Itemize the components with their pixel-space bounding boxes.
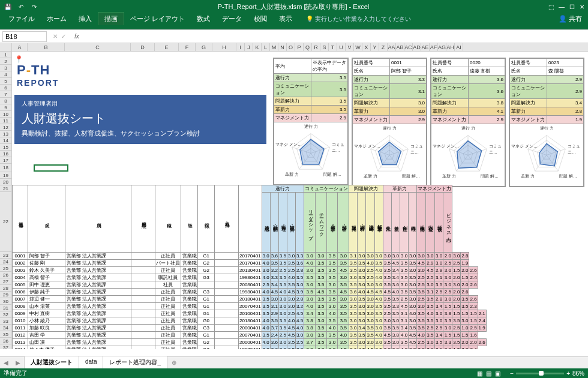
col-header[interactable]: M	[270, 43, 278, 51]
row-header[interactable]: 24	[0, 259, 12, 265]
col-header[interactable]: Q	[304, 43, 312, 51]
row-header[interactable]: 34	[0, 325, 12, 331]
row-header[interactable]: 36	[0, 338, 12, 344]
col-header[interactable]: C	[65, 43, 131, 51]
undo-icon[interactable]: ↶	[17, 2, 25, 11]
table-row[interactable]: 0013山田 凛営業部 法人営業課正社員営業職G2200004014.03.63…	[13, 339, 487, 346]
zoom-level[interactable]: 86%	[572, 370, 584, 377]
ribbon-tab[interactable]: 挿入	[73, 13, 98, 25]
col-header[interactable]: P	[295, 43, 304, 51]
table-row[interactable]: 0014佐々木 優子営業部 法人営業課正社員営業職G2199704013.03.…	[13, 346, 487, 350]
table-row[interactable]: 0006伊藤 純子営業部 法人営業課正社員営業職G3199804014.04.5…	[13, 289, 487, 296]
row-header[interactable]: 20	[0, 179, 12, 185]
ribbon-tab[interactable]: ページ レイアウト	[124, 13, 191, 25]
normal-view-icon[interactable]: ▦	[477, 370, 482, 377]
col-header[interactable]: R	[312, 43, 320, 51]
row-header[interactable]: 16	[0, 151, 12, 157]
col-header[interactable]: AE	[421, 43, 430, 51]
row-header[interactable]: 3	[0, 65, 12, 71]
col-header[interactable]: AF	[430, 43, 438, 51]
row-header[interactable]: 27	[0, 278, 12, 285]
col-header[interactable]: K	[253, 43, 262, 51]
row-header[interactable]: 7	[0, 91, 12, 98]
col-header[interactable]: W	[354, 43, 362, 51]
zoom-out-icon[interactable]: −	[510, 370, 514, 377]
row-header[interactable]: 35	[0, 331, 12, 338]
col-header[interactable]: U	[337, 43, 346, 51]
col-header[interactable]: AH	[446, 43, 455, 51]
col-header[interactable]: AG	[438, 43, 446, 51]
col-header[interactable]: E	[155, 43, 179, 51]
col-header[interactable]: N	[278, 43, 287, 51]
table-row[interactable]: 0010小林 綾乃営業部 法人営業課正社員営業職G0201804014.03.5…	[13, 317, 487, 325]
ribbon-tab[interactable]: 表示	[273, 13, 298, 25]
sheet-tab[interactable]: data	[79, 356, 103, 370]
col-header[interactable]: F	[179, 43, 196, 51]
col-header[interactable]: D	[131, 43, 155, 51]
sheet-nav-next[interactable]: ▶	[12, 359, 24, 366]
tell-me[interactable]: 💡 実行したい作業を入力してください	[304, 13, 413, 25]
selected-cell[interactable]	[34, 164, 68, 172]
redo-icon[interactable]: ↷	[30, 2, 38, 11]
row-header[interactable]: 8	[0, 98, 12, 104]
col-header[interactable]: X	[362, 43, 371, 51]
col-header[interactable]: AB	[396, 43, 404, 51]
zoom-in-icon[interactable]: +	[566, 370, 570, 377]
sheet-tab[interactable]: レポート処理内容_	[103, 356, 167, 370]
row-header[interactable]: 32	[0, 311, 12, 318]
col-header[interactable]: A	[12, 43, 28, 51]
col-header[interactable]: G	[196, 43, 212, 51]
row-header[interactable]: 4	[0, 71, 12, 78]
ribbon-tab[interactable]: 校閲	[248, 13, 273, 25]
row-header[interactable]: 6	[0, 85, 12, 91]
enter-icon[interactable]: ✓	[61, 33, 66, 40]
zoom-slider[interactable]	[516, 373, 564, 374]
table-row[interactable]: 0001阿部 智子営業部 法人営業課正社員営業職G1201704013.03.6…	[13, 253, 487, 260]
row-header[interactable]: 23	[0, 252, 12, 259]
row-header[interactable]: 5	[0, 78, 12, 85]
table-row[interactable]: 0007渡辺 健一営業部 法人営業課正社員営業職G1201804013.53.0…	[13, 296, 487, 303]
row-header[interactable]: 10	[0, 111, 12, 118]
row-header[interactable]: 37	[0, 344, 12, 349]
sheet-nav-prev[interactable]: ◀	[0, 359, 12, 366]
col-header[interactable]: V	[346, 43, 354, 51]
col-header[interactable]: H	[212, 43, 236, 51]
col-header[interactable]: O	[287, 43, 295, 51]
save-icon[interactable]: 💾	[4, 2, 12, 11]
sheet-tab[interactable]: 人財選抜シート	[24, 356, 79, 370]
table-row[interactable]: 0003鈴木 久美子営業部 法人営業課正社員営業職G2201304013.03.…	[13, 267, 487, 274]
table-row[interactable]: 0004高橋 智子営業部 法人営業課嘱託社員営業職G3199804014.03.…	[13, 274, 487, 281]
table-row[interactable]: 0011加藤 咲良営業部 法人営業課正社員営業職G3200004014.03.7…	[13, 325, 487, 332]
row-header[interactable]: 9	[0, 104, 12, 111]
table-row[interactable]: 0002佐藤 剛営業部 法人営業課パート社員営業職G2201704014.03.…	[13, 260, 487, 267]
row-header[interactable]: 11	[0, 118, 12, 124]
ribbon-tab[interactable]: ファイル	[2, 13, 41, 25]
ribbon-tab[interactable]: 数式	[191, 13, 216, 25]
cancel-icon[interactable]: ✕	[53, 33, 58, 40]
table-row[interactable]: 0005田中 理恵営業部 法人営業課社員営業職200804012.53.43.5…	[13, 281, 487, 289]
col-header[interactable]: T	[329, 43, 337, 51]
col-header[interactable]: B	[28, 43, 65, 51]
col-header[interactable]: I	[236, 43, 245, 51]
close-icon[interactable]: ✕	[580, 4, 584, 10]
row-header[interactable]: 1	[0, 52, 12, 58]
col-header[interactable]: AC	[404, 43, 413, 51]
add-sheet-icon[interactable]: ⊕	[167, 359, 181, 366]
row-header[interactable]: 19	[0, 172, 12, 179]
page-break-icon[interactable]: ▣	[495, 370, 500, 377]
share-button[interactable]: 👤 共有	[553, 13, 588, 25]
row-header[interactable]: 21	[0, 185, 12, 192]
col-header[interactable]: Z	[379, 43, 388, 51]
row-header[interactable]: 18	[0, 164, 12, 172]
ribbon-tab[interactable]: ホーム	[41, 13, 73, 25]
name-box[interactable]	[2, 31, 47, 42]
row-header[interactable]: 15	[0, 144, 12, 151]
table-row[interactable]: 0012吉田 学営業部 法人営業課正社員営業職G1200704013.52.42…	[13, 332, 487, 339]
row-header[interactable]: 26	[0, 272, 12, 278]
col-header[interactable]: AD	[413, 43, 421, 51]
row-header[interactable]: 29	[0, 292, 12, 298]
col-header[interactable]: L	[262, 43, 270, 51]
fx-icon[interactable]: fx	[70, 33, 84, 40]
row-header[interactable]: 12	[0, 124, 12, 131]
page-layout-icon[interactable]: ▤	[486, 370, 491, 377]
